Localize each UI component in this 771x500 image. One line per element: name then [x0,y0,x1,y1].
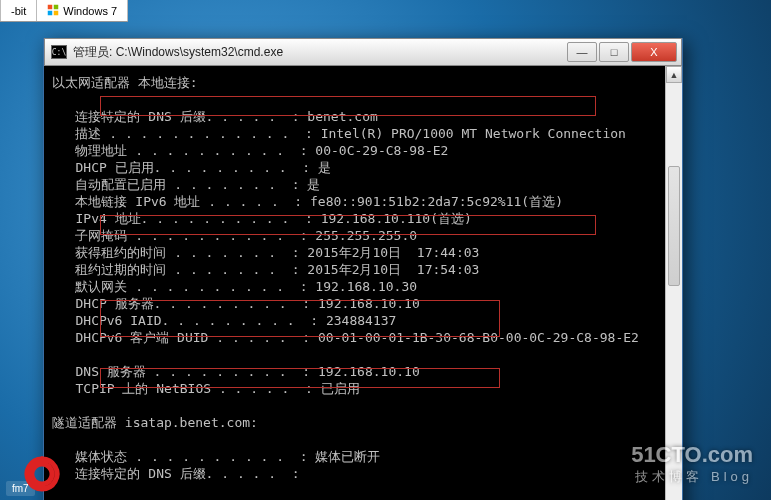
watermark-main: 51CTO.com [631,442,753,467]
svg-rect-1 [54,4,59,9]
windows-icon [47,4,59,18]
titlebar[interactable]: C:\ 管理员: C:\Windows\system32\cmd.exe — □… [44,38,682,66]
close-button[interactable]: X [631,42,677,62]
tab-windows7[interactable]: Windows 7 [37,0,128,21]
maximize-button[interactable]: □ [599,42,629,62]
browser-tabs: -bit Windows 7 [0,0,128,22]
svg-rect-3 [54,10,59,15]
svg-rect-0 [48,4,53,9]
tab-label: -bit [11,5,26,17]
tab-bit[interactable]: -bit [0,0,37,21]
terminal-output: 以太网适配器 本地连接: 连接特定的 DNS 后缀. . . . . : ben… [44,66,682,500]
svg-rect-2 [48,10,53,15]
window-title: 管理员: C:\Windows\system32\cmd.exe [73,44,283,61]
cmd-window: C:\ 管理员: C:\Windows\system32\cmd.exe — □… [43,38,683,500]
scrollbar[interactable]: ▲ ▼ [665,66,682,500]
cmd-icon: C:\ [51,45,67,59]
watermark-sub: 技术博客 Blog [631,468,753,486]
scroll-up-button[interactable]: ▲ [666,66,682,83]
tab-label: Windows 7 [63,5,117,17]
red-swirl-icon [24,456,60,492]
minimize-button[interactable]: — [567,42,597,62]
watermark: 51CTO.com 技术博客 Blog [631,442,753,486]
scroll-thumb[interactable] [668,166,680,286]
